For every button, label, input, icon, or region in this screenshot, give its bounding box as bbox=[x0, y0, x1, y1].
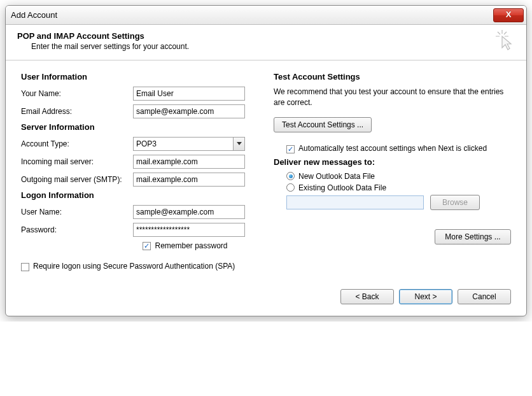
account-type-row: Account Type: POP3 bbox=[21, 137, 258, 151]
window-title: Add Account bbox=[11, 10, 57, 20]
existing-file-label: Existing Outlook Data File bbox=[298, 183, 386, 192]
outgoing-label: Outgoing mail server (SMTP): bbox=[21, 175, 129, 184]
username-input[interactable] bbox=[133, 205, 245, 219]
dialog-footer: < Back Next > Cancel bbox=[6, 281, 526, 316]
server-info-title: Server Information bbox=[21, 122, 258, 132]
username-row: User Name: bbox=[21, 205, 258, 219]
outgoing-input[interactable] bbox=[133, 173, 245, 187]
right-column: Test Account Settings We recommend that … bbox=[274, 72, 511, 275]
auto-test-row: ✓ Automatically test account settings wh… bbox=[286, 144, 511, 153]
browse-row: Browse bbox=[274, 195, 511, 210]
svg-line-3 bbox=[498, 32, 500, 34]
account-type-label: Account Type: bbox=[21, 139, 129, 148]
spa-row: Require logon using Secure Password Auth… bbox=[21, 262, 258, 271]
spa-label: Require logon using Secure Password Auth… bbox=[33, 262, 235, 271]
username-label: User Name: bbox=[21, 208, 129, 216]
password-input[interactable] bbox=[133, 223, 245, 237]
existing-file-path-input[interactable] bbox=[286, 195, 424, 209]
test-account-settings-button[interactable]: Test Account Settings ... bbox=[274, 117, 372, 132]
cancel-button[interactable]: Cancel bbox=[458, 289, 511, 304]
dialog-body: User Information Your Name: Email Addres… bbox=[6, 60, 526, 281]
your-name-row: Your Name: bbox=[21, 87, 258, 101]
outgoing-row: Outgoing mail server (SMTP): bbox=[21, 173, 258, 187]
spa-checkbox[interactable] bbox=[21, 263, 29, 271]
back-button[interactable]: < Back bbox=[340, 289, 394, 304]
close-button[interactable]: X bbox=[493, 8, 524, 22]
existing-file-radio[interactable] bbox=[286, 183, 295, 192]
incoming-input[interactable] bbox=[133, 155, 245, 169]
left-column: User Information Your Name: Email Addres… bbox=[21, 72, 258, 275]
remember-password-checkbox[interactable]: ✓ bbox=[143, 242, 151, 250]
dialog-header: POP and IMAP Account Settings Enter the … bbox=[6, 25, 526, 60]
remember-password-label: Remember password bbox=[155, 241, 227, 250]
incoming-row: Incoming mail server: bbox=[21, 155, 258, 169]
your-name-input[interactable] bbox=[133, 87, 245, 101]
user-info-title: User Information bbox=[21, 72, 258, 81]
svg-line-4 bbox=[504, 32, 507, 34]
header-title: POP and IMAP Account Settings bbox=[17, 31, 515, 41]
test-title: Test Account Settings bbox=[274, 72, 511, 81]
header-subtitle: Enter the mail server settings for your … bbox=[31, 42, 515, 51]
existing-file-row: Existing Outlook Data File bbox=[286, 183, 511, 192]
password-row: Password: bbox=[21, 223, 258, 237]
email-row: Email Address: bbox=[21, 104, 258, 118]
new-file-label: New Outlook Data File bbox=[298, 172, 375, 181]
more-settings-wrap: More Settings ... bbox=[274, 229, 511, 244]
more-settings-button[interactable]: More Settings ... bbox=[435, 229, 511, 244]
new-file-radio[interactable] bbox=[286, 172, 295, 180]
add-account-dialog: Add Account X POP and IMAP Account Setti… bbox=[5, 5, 527, 316]
auto-test-label: Automatically test account settings when… bbox=[298, 144, 487, 153]
deliver-title: Deliver new messages to: bbox=[274, 157, 511, 167]
email-label: Email Address: bbox=[21, 107, 129, 116]
remember-password-row: ✓ Remember password bbox=[129, 241, 241, 250]
titlebar: Add Account X bbox=[6, 6, 526, 25]
chevron-down-icon bbox=[233, 138, 244, 150]
logon-info-title: Logon Information bbox=[21, 190, 258, 200]
test-text: We recommend that you test your account … bbox=[274, 87, 511, 108]
browse-button[interactable]: Browse bbox=[430, 195, 480, 210]
next-button[interactable]: Next > bbox=[399, 289, 452, 304]
password-label: Password: bbox=[21, 225, 129, 234]
incoming-label: Incoming mail server: bbox=[21, 157, 129, 166]
email-input[interactable] bbox=[133, 104, 245, 118]
your-name-label: Your Name: bbox=[21, 89, 129, 98]
header-cursor-icon bbox=[496, 30, 515, 53]
close-icon: X bbox=[506, 10, 512, 19]
account-type-select[interactable]: POP3 bbox=[133, 137, 245, 151]
auto-test-checkbox[interactable]: ✓ bbox=[286, 145, 295, 153]
account-type-value: POP3 bbox=[136, 139, 157, 148]
new-file-row: New Outlook Data File bbox=[286, 172, 511, 181]
